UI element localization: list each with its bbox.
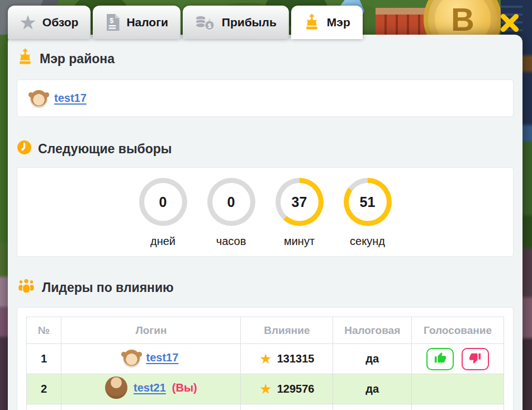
mayor-card: test17 <box>17 79 514 117</box>
vote-down-button[interactable] <box>462 348 489 370</box>
close-x-icon <box>500 26 520 35</box>
woman-avatar <box>105 376 127 399</box>
header-influence: Влияние <box>241 317 333 344</box>
countdown-ring: 0 <box>139 178 187 226</box>
crown-icon <box>303 14 320 31</box>
countdown-value: 0 <box>159 194 167 210</box>
tab-mayor[interactable]: Мэр <box>291 6 363 39</box>
monkey-avatar <box>31 90 47 106</box>
tab-taxes[interactable]: $ Налоги <box>93 6 180 39</box>
table-header-row: № Логин Влияние Налоговая Голосование <box>27 317 504 344</box>
svg-text:$: $ <box>110 17 114 25</box>
vote-up-button[interactable] <box>426 348 454 370</box>
mayor-section-header: Мэр района <box>17 50 514 67</box>
influence-value: 131315 <box>277 352 315 365</box>
countdown-card: 0 дней 0 часов 37 минут 51 секунд <box>17 167 514 257</box>
countdown-days: 0 дней <box>136 178 190 248</box>
header-voting: Голосование <box>412 317 504 344</box>
bitcoin-symbol: B <box>451 1 474 38</box>
monkey-avatar <box>124 350 140 366</box>
leaders-table: № Логин Влияние Налоговая Голосование 1 <box>26 317 504 410</box>
section-title: Мэр района <box>40 51 115 67</box>
tax-cell: да <box>333 374 412 404</box>
countdown-label: дней <box>150 235 175 248</box>
thumbs-down-icon <box>469 352 481 366</box>
section-title: Лидеры по влиянию <box>42 280 174 295</box>
voting-cell <box>412 344 504 374</box>
section-title: Следующие выборы <box>38 142 172 157</box>
countdown-ring: 37 <box>276 178 324 226</box>
header-login: Логин <box>61 317 241 344</box>
crown-icon <box>17 49 34 69</box>
countdown-hours: 0 часов <box>205 178 258 248</box>
background-right-strip <box>522 0 532 410</box>
influence-star-icon: ★ <box>259 382 272 396</box>
countdown-seconds: 51 секунд <box>341 178 395 248</box>
countdown-value: 0 <box>227 194 235 210</box>
elections-section-header: Следующие выборы <box>17 140 514 157</box>
countdown-value: 37 <box>292 194 307 210</box>
player-login-link[interactable]: test21 <box>134 381 166 394</box>
mayor-login-link[interactable]: test17 <box>54 92 87 105</box>
tab-bar: ★ Обзор $ Налоги <box>8 6 363 39</box>
table-row-partial <box>27 404 504 410</box>
tab-label: Мэр <box>327 16 350 29</box>
countdown-value: 51 <box>360 194 376 210</box>
thumbs-up-icon <box>434 352 446 366</box>
leaders-card: № Логин Влияние Налоговая Голосование 1 <box>17 307 514 410</box>
login-cell: test21 (Вы) <box>61 374 241 404</box>
voting-cell <box>412 374 504 404</box>
you-badge: (Вы) <box>172 381 197 394</box>
login-cell: test17 <box>61 344 241 374</box>
profit-coins-icon: $ <box>195 14 215 31</box>
leaders-section-header: Лидеры по влиянию <box>17 279 514 296</box>
rank-cell: 2 <box>27 374 61 404</box>
header-number: № <box>27 317 61 344</box>
clock-icon <box>17 140 32 158</box>
influence-star-icon: ★ <box>259 352 272 366</box>
people-group-icon <box>17 278 36 297</box>
rank-cell: 1 <box>27 344 61 374</box>
countdown-label: секунд <box>350 235 385 248</box>
influence-value: 129576 <box>277 383 315 395</box>
player-login-link[interactable]: test17 <box>146 351 178 364</box>
svg-text:$: $ <box>208 22 211 29</box>
close-button[interactable] <box>499 13 520 34</box>
tab-profit[interactable]: $ Прибыль <box>183 6 289 39</box>
star-icon: ★ <box>20 14 36 31</box>
influence-cell: ★ 131315 <box>241 344 333 374</box>
table-row: 1 test17 ★ 131315 <box>27 344 504 374</box>
countdown-ring: 51 <box>344 178 392 226</box>
tab-label: Налоги <box>126 16 168 29</box>
countdown-label: минут <box>284 235 315 248</box>
countdown-minutes: 37 минут <box>273 178 326 248</box>
header-tax: Налоговая <box>333 317 412 344</box>
tax-document-icon: $ <box>105 14 120 31</box>
tab-overview[interactable]: ★ Обзор <box>8 6 91 39</box>
mayor-panel: Мэр района test17 Следующие выборы 0 дне… <box>8 35 522 410</box>
influence-cell: ★ 129576 <box>241 374 333 404</box>
countdown-label: часов <box>216 235 246 248</box>
countdown-ring: 0 <box>207 178 255 226</box>
tab-label: Прибыль <box>222 16 277 29</box>
table-row-you: 2 test21 (Вы) ★ 129576 <box>27 374 504 404</box>
tax-cell: да <box>333 344 412 374</box>
tab-label: Обзор <box>42 16 79 29</box>
game-window: B ★ Обзор $ Налоги <box>0 0 532 410</box>
background-left-strip <box>0 35 8 410</box>
